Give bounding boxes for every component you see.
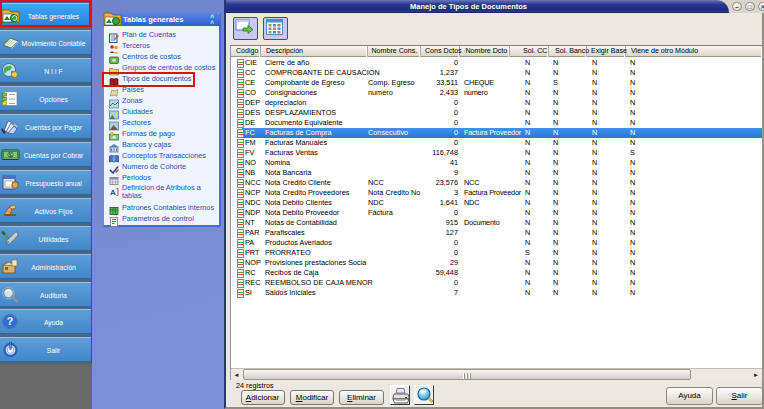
svg-text:?: ? (7, 315, 13, 327)
svg-text:A: A (110, 188, 116, 197)
